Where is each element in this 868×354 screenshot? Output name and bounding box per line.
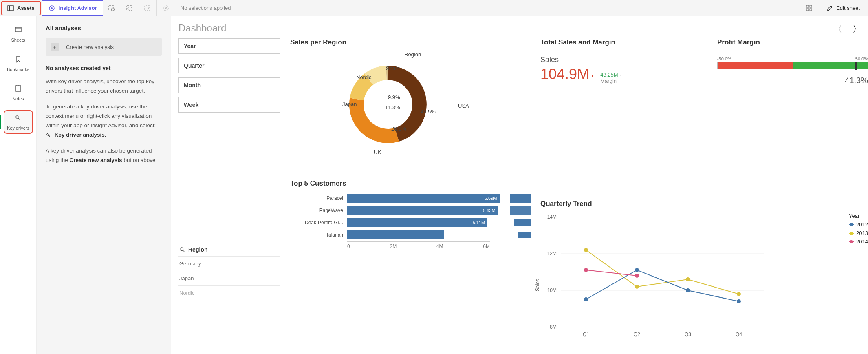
donut-legend: Region [404,51,421,58]
profit-margin-chart[interactable]: Profit Margin -50.0% 50.0% 41.3% [717,38,868,206]
filter-month[interactable]: Month [178,77,280,93]
rail-notes-label: Notes [12,96,24,101]
dashboard-header: Dashboard 〈 〉 [178,22,861,34]
clear-icon [162,4,170,12]
rail-sheets[interactable]: Sheets [4,22,33,46]
create-analysis-button[interactable]: + Create new analysis [46,38,162,56]
smart-search-button[interactable] [103,0,121,16]
kpi-label: Sales [540,55,707,64]
pencil-icon [826,5,833,11]
kpi-title: Total Sales and Margin [540,38,707,46]
top5-customers-chart[interactable]: Top 5 Customers Paracel 5.69M PageWave 5… [290,179,531,352]
bar-cat: PageWave [290,208,347,213]
left-nav-rail: Sheets Bookmarks Notes Key drivers [0,16,37,354]
clear-selections-button[interactable] [157,0,175,16]
bullet-title: Profit Margin [717,38,868,46]
insight-advisor-button[interactable]: Insight Advisor [42,0,103,16]
donut-label-japan: Japan [342,101,357,107]
sheets-icon [14,26,22,36]
region-item[interactable]: Japan [178,271,280,285]
selections-tool-button[interactable] [800,0,818,16]
svg-point-34 [584,248,588,252]
svg-point-35 [635,285,639,289]
sheet-next-button[interactable]: 〉 [848,22,861,34]
key-drivers-icon [14,114,22,124]
selection-search-icon [108,4,115,12]
rail-key-drivers-label: Key drivers [7,126,29,131]
svg-text:14M: 14M [547,214,557,220]
no-selections-text: No selections applied [175,5,237,11]
assets-button[interactable]: Assets [1,1,41,15]
svg-point-41 [737,299,741,303]
svg-point-39 [635,268,639,272]
step-back-button[interactable] [121,0,139,16]
no-analyses-heading: No analyses created yet [46,65,162,71]
donut-label-uk: UK [374,149,381,155]
sheet-prev-button[interactable]: 〈 [834,22,846,34]
region-item[interactable]: Nordic [178,285,280,300]
rail-bookmarks-label: Bookmarks [7,67,29,72]
quarterly-trend-chart[interactable]: Quarterly Trend Sales 14M 12M [540,200,868,352]
help-text-2: To generate a key driver analysis, use t… [46,102,162,140]
svg-rect-14 [810,9,812,11]
bullet-max: 50.0% [855,56,868,61]
svg-point-38 [584,297,588,301]
filter-week[interactable]: Week [178,97,280,113]
bookmark-icon [14,55,22,65]
edit-sheet-button[interactable]: Edit sheet [818,0,868,16]
bullet-bar [717,62,868,69]
filter-quarter[interactable]: Quarter [178,58,280,73]
selection-back-icon [126,4,133,12]
dashboard-content: Dashboard 〈 〉 Year Quarter Month Week Re… [171,16,868,354]
help-text-3: A key driver analysis can also be genera… [46,146,162,165]
sales-per-region-chart[interactable]: Sales per Region Region [290,38,531,206]
svg-point-36 [686,277,690,281]
region-header: Region [188,246,207,253]
donut-pct-nordic: 9.9% [388,94,400,100]
svg-point-3 [51,7,53,9]
region-filter-list: Region Germany Japan Nordic [178,243,280,300]
region-item[interactable]: Germany [178,256,280,271]
svg-text:10M: 10M [547,288,557,293]
donut-title: Sales per Region [290,38,531,46]
trend-title: Quarterly Trend [540,200,868,208]
analyses-title: All analyses [46,24,162,31]
svg-rect-17 [16,86,21,91]
svg-point-43 [635,274,639,278]
bullet-min: -50.0% [717,56,731,61]
svg-rect-15 [15,27,21,32]
bars-axis: 02M4M6M [347,241,490,249]
panel-icon [7,5,14,11]
plus-icon: + [51,43,59,51]
trend-ylabel: Sales [535,279,540,291]
svg-rect-11 [806,5,809,7]
trend-svg: 14M 12M 10M 8M Q1 Q2 Q3 Q4 [540,213,777,339]
svg-text:12M: 12M [547,251,557,257]
svg-text:Q3: Q3 [685,332,691,337]
svg-rect-0 [8,6,13,11]
donut-label-usa: USA [458,103,469,109]
donut-label-nordic: Nordic [356,74,372,80]
svg-rect-7 [145,5,150,10]
insight-label: Insight Advisor [59,5,97,11]
rail-notes[interactable]: Notes [4,81,33,104]
bar-cat: Deak-Perera Gr... [290,220,347,226]
kpi-sub-value: 43.25M [600,72,618,78]
bar-cat: Talarian [290,232,347,238]
kpi-sub-label: Margin [600,78,617,84]
key-driver-inline-icon [46,132,53,138]
total-sales-margin-kpi[interactable]: Total Sales and Margin Sales 104.9M · 43… [540,38,707,206]
donut-pct-japan: 11.3% [385,104,400,111]
donut-label-spain: Spain [386,65,399,71]
svg-text:Q4: Q4 [736,332,742,337]
rail-bookmarks[interactable]: Bookmarks [4,51,33,75]
svg-text:Q1: Q1 [583,332,589,337]
step-forward-button[interactable] [139,0,157,16]
svg-rect-6 [127,5,132,10]
analyses-panel: All analyses + Create new analysis No an… [37,16,171,354]
create-analysis-label: Create new analysis [66,44,114,50]
rail-key-drivers[interactable]: Key drivers [4,110,33,134]
svg-point-42 [584,268,588,272]
filter-year[interactable]: Year [178,38,280,54]
donut-pct-uk: 26.9% [391,126,406,132]
